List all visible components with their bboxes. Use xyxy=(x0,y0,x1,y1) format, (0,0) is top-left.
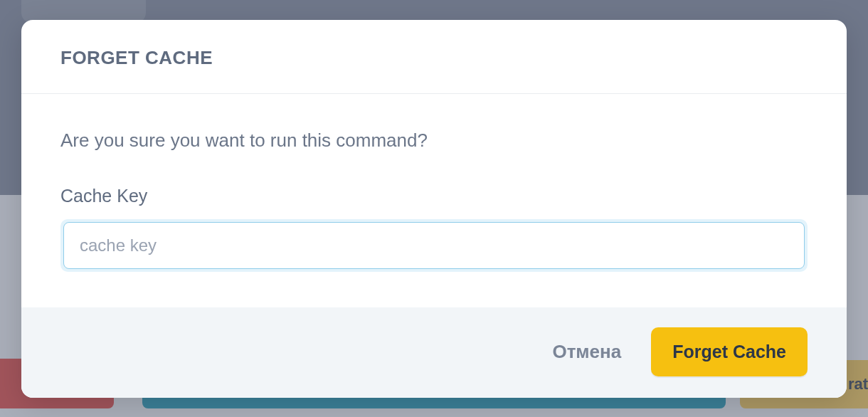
modal-footer: Отмена Forget Cache xyxy=(21,307,847,398)
forget-cache-button[interactable]: Forget Cache xyxy=(651,327,808,376)
cache-key-input-wrapper xyxy=(60,219,808,272)
modal-header: FORGET CACHE xyxy=(21,20,847,94)
cache-key-label: Cache Key xyxy=(60,186,808,206)
forget-cache-modal: FORGET CACHE Are you sure you want to ru… xyxy=(21,20,847,398)
cancel-button[interactable]: Отмена xyxy=(549,335,624,369)
cache-key-input[interactable] xyxy=(63,222,805,269)
modal-question-text: Are you sure you want to run this comman… xyxy=(60,130,808,152)
modal-title: FORGET CACHE xyxy=(60,47,808,69)
modal-body: Are you sure you want to run this comman… xyxy=(21,94,847,307)
